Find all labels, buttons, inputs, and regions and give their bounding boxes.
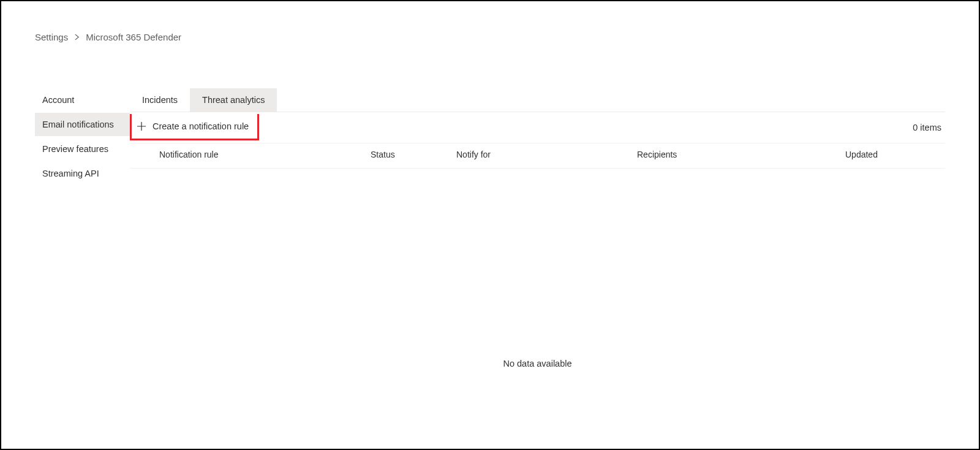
breadcrumb-root[interactable]: Settings <box>35 32 68 42</box>
sidebar-item-email-notifications[interactable]: Email notifications <box>35 113 130 136</box>
chevron-right-icon <box>74 32 80 42</box>
column-header-notification-rule[interactable]: Notification rule <box>159 150 371 159</box>
column-header-recipients[interactable]: Recipients <box>637 150 845 159</box>
toolbar: Create a notification rule 0 items <box>130 112 945 143</box>
create-notification-rule-button[interactable]: Create a notification rule <box>130 114 259 140</box>
table: Notification rule Status Notify for Reci… <box>130 143 945 368</box>
table-header: Notification rule Status Notify for Reci… <box>130 143 945 169</box>
column-header-status[interactable]: Status <box>371 150 456 159</box>
sidebar-item-streaming-api[interactable]: Streaming API <box>35 162 130 185</box>
column-header-notify-for[interactable]: Notify for <box>456 150 637 159</box>
breadcrumb: Settings Microsoft 365 Defender <box>35 32 945 42</box>
tab-incidents[interactable]: Incidents <box>130 88 190 112</box>
create-rule-label: Create a notification rule <box>153 121 249 131</box>
main-content: Incidents Threat analytics Create a noti… <box>130 88 945 368</box>
column-header-updated[interactable]: Updated <box>845 150 945 159</box>
item-count: 0 items <box>913 123 945 132</box>
tabs: Incidents Threat analytics <box>130 88 945 112</box>
empty-state-message: No data available <box>130 169 945 368</box>
breadcrumb-current: Microsoft 365 Defender <box>86 32 181 42</box>
sidebar-item-preview-features[interactable]: Preview features <box>35 137 130 161</box>
sidebar: Account Email notifications Preview feat… <box>35 88 130 368</box>
plus-icon <box>137 121 146 131</box>
tab-threat-analytics[interactable]: Threat analytics <box>190 88 277 112</box>
sidebar-item-account[interactable]: Account <box>35 88 130 112</box>
